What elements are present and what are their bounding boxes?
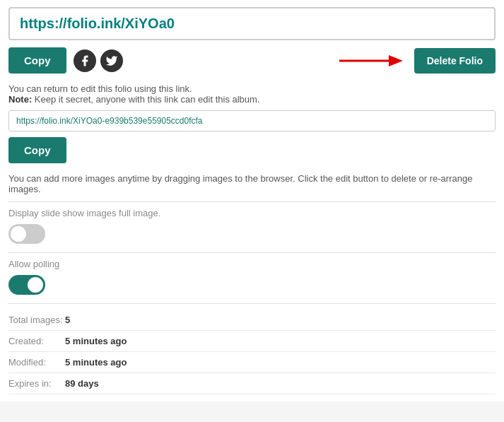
stat-total-images-value: 5 (65, 315, 70, 325)
polling-toggle-section: Allow polling (8, 259, 496, 295)
social-icons (74, 49, 123, 72)
stat-total-images: Total images: 5 (8, 310, 496, 331)
divider-3 (8, 303, 496, 304)
polling-slider (8, 275, 45, 295)
stat-created-value: 5 minutes ago (65, 336, 127, 346)
stat-expires-label: Expires in: (8, 378, 65, 389)
public-url: https://folio.ink/XiYOa0 (20, 16, 175, 32)
stat-modified-value: 5 minutes ago (65, 357, 127, 368)
note-section: You can return to edit this folio using … (8, 83, 496, 105)
arrow-icon (339, 51, 403, 71)
note-bold: Note: (8, 94, 32, 105)
polling-label: Allow polling (8, 259, 496, 269)
slideshow-label: Display slide show images full image. (8, 208, 496, 218)
svg-marker-1 (389, 55, 403, 66)
slideshow-toggle[interactable] (8, 224, 45, 244)
note-text: Keep it secret, anyone with this link ca… (35, 94, 260, 105)
action-row: Copy Delete Folio (8, 47, 496, 74)
divider-2 (8, 252, 496, 253)
facebook-icon[interactable] (74, 49, 96, 72)
stat-total-images-label: Total images: (8, 315, 65, 325)
note-prefix: You can return to edit this folio using … (8, 83, 192, 94)
stat-created-label: Created: (8, 336, 65, 346)
info-text: You can add more images anytime by dragg… (8, 173, 496, 194)
delete-folio-button[interactable]: Delete Folio (414, 48, 496, 74)
twitter-icon[interactable] (100, 49, 123, 72)
arrow-area (130, 51, 407, 71)
stat-modified-label: Modified: (8, 357, 65, 368)
polling-toggle[interactable] (8, 275, 45, 295)
stat-expires: Expires in: 89 days (8, 373, 496, 394)
slideshow-toggle-section: Display slide show images full image. (8, 208, 496, 244)
copy-button-1[interactable]: Copy (8, 47, 66, 74)
edit-link-input[interactable] (8, 110, 496, 131)
url-bar: https://folio.ink/XiYOa0 (8, 7, 496, 40)
slideshow-slider (8, 224, 45, 244)
divider-1 (8, 201, 496, 202)
stat-created: Created: 5 minutes ago (8, 331, 496, 352)
copy-button-2[interactable]: Copy (8, 137, 66, 163)
stat-expires-value: 89 days (65, 378, 99, 389)
stat-modified: Modified: 5 minutes ago (8, 352, 496, 373)
